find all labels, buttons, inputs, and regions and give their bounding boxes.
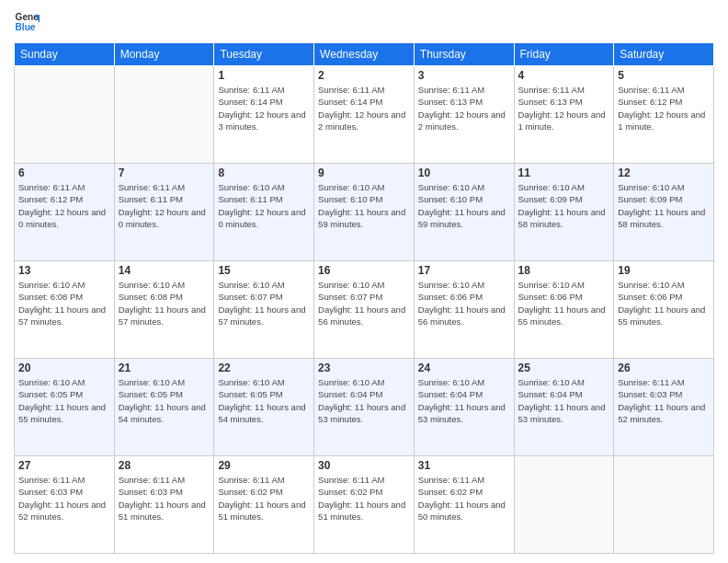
day-info: Sunrise: 6:11 AM Sunset: 6:03 PM Dayligh… xyxy=(18,474,110,523)
calendar-cell: 1Sunrise: 6:11 AM Sunset: 6:14 PM Daylig… xyxy=(214,66,314,164)
calendar-table: SundayMondayTuesdayWednesdayThursdayFrid… xyxy=(14,42,714,554)
day-number: 15 xyxy=(218,264,310,277)
day-info: Sunrise: 6:11 AM Sunset: 6:14 PM Dayligh… xyxy=(218,84,310,132)
day-number: 19 xyxy=(618,264,710,277)
day-info: Sunrise: 6:11 AM Sunset: 6:02 PM Dayligh… xyxy=(418,474,510,523)
day-info: Sunrise: 6:10 AM Sunset: 6:04 PM Dayligh… xyxy=(518,376,610,425)
calendar-cell: 16Sunrise: 6:10 AM Sunset: 6:07 PM Dayli… xyxy=(314,261,415,359)
weekday-header-friday: Friday xyxy=(514,43,614,66)
day-info: Sunrise: 6:11 AM Sunset: 6:12 PM Dayligh… xyxy=(18,181,110,230)
weekday-header-thursday: Thursday xyxy=(414,43,514,66)
calendar-cell: 4Sunrise: 6:11 AM Sunset: 6:13 PM Daylig… xyxy=(514,66,614,164)
day-info: Sunrise: 6:10 AM Sunset: 6:04 PM Dayligh… xyxy=(318,376,410,425)
day-info: Sunrise: 6:10 AM Sunset: 6:06 PM Dayligh… xyxy=(618,279,710,327)
day-number: 26 xyxy=(618,362,710,374)
calendar-cell: 29Sunrise: 6:11 AM Sunset: 6:02 PM Dayli… xyxy=(214,456,314,554)
day-info: Sunrise: 6:11 AM Sunset: 6:13 PM Dayligh… xyxy=(518,84,610,132)
svg-text:General: General xyxy=(16,12,40,22)
day-number: 2 xyxy=(318,69,410,82)
svg-text:Blue: Blue xyxy=(16,22,36,32)
day-info: Sunrise: 6:10 AM Sunset: 6:07 PM Dayligh… xyxy=(218,279,310,327)
day-info: Sunrise: 6:10 AM Sunset: 6:05 PM Dayligh… xyxy=(18,376,110,425)
day-info: Sunrise: 6:11 AM Sunset: 6:11 PM Dayligh… xyxy=(119,181,210,230)
day-number: 28 xyxy=(119,459,210,472)
header: General Blue xyxy=(14,9,714,35)
day-number: 10 xyxy=(418,167,510,179)
calendar-cell: 17Sunrise: 6:10 AM Sunset: 6:06 PM Dayli… xyxy=(414,261,514,359)
calendar-week-row: 1Sunrise: 6:11 AM Sunset: 6:14 PM Daylig… xyxy=(15,66,714,164)
calendar-cell: 27Sunrise: 6:11 AM Sunset: 6:03 PM Dayli… xyxy=(15,456,115,554)
day-info: Sunrise: 6:10 AM Sunset: 6:09 PM Dayligh… xyxy=(618,181,710,230)
day-info: Sunrise: 6:11 AM Sunset: 6:03 PM Dayligh… xyxy=(618,376,710,425)
weekday-header-wednesday: Wednesday xyxy=(314,43,415,66)
logo: General Blue xyxy=(14,9,40,35)
day-info: Sunrise: 6:10 AM Sunset: 6:04 PM Dayligh… xyxy=(418,376,510,425)
calendar-week-row: 13Sunrise: 6:10 AM Sunset: 6:08 PM Dayli… xyxy=(15,261,714,359)
calendar-cell: 13Sunrise: 6:10 AM Sunset: 6:08 PM Dayli… xyxy=(15,261,115,359)
weekday-header-monday: Monday xyxy=(114,43,214,66)
day-number: 24 xyxy=(418,362,510,374)
calendar-cell: 14Sunrise: 6:10 AM Sunset: 6:08 PM Dayli… xyxy=(114,261,214,359)
day-info: Sunrise: 6:10 AM Sunset: 6:11 PM Dayligh… xyxy=(218,181,310,230)
day-number: 23 xyxy=(318,362,410,374)
page: General Blue SundayMondayTuesdayWednesda… xyxy=(0,0,728,563)
day-number: 17 xyxy=(418,264,510,277)
calendar-cell xyxy=(114,66,214,164)
day-number: 18 xyxy=(518,264,610,277)
day-number: 29 xyxy=(218,459,310,472)
day-number: 11 xyxy=(518,167,610,179)
day-info: Sunrise: 6:10 AM Sunset: 6:07 PM Dayligh… xyxy=(318,279,410,327)
calendar-cell: 31Sunrise: 6:11 AM Sunset: 6:02 PM Dayli… xyxy=(414,456,514,554)
day-number: 8 xyxy=(218,167,310,179)
day-info: Sunrise: 6:10 AM Sunset: 6:10 PM Dayligh… xyxy=(418,181,510,230)
calendar-cell: 30Sunrise: 6:11 AM Sunset: 6:02 PM Dayli… xyxy=(314,456,415,554)
day-number: 27 xyxy=(18,459,110,472)
calendar-header-row: SundayMondayTuesdayWednesdayThursdayFrid… xyxy=(15,43,714,66)
day-number: 12 xyxy=(618,167,710,179)
calendar-cell xyxy=(514,456,614,554)
calendar-cell: 25Sunrise: 6:10 AM Sunset: 6:04 PM Dayli… xyxy=(514,359,614,456)
weekday-header-tuesday: Tuesday xyxy=(214,43,314,66)
calendar-cell: 2Sunrise: 6:11 AM Sunset: 6:14 PM Daylig… xyxy=(314,66,415,164)
day-number: 31 xyxy=(418,459,510,472)
day-number: 16 xyxy=(318,264,410,277)
calendar-cell: 12Sunrise: 6:10 AM Sunset: 6:09 PM Dayli… xyxy=(614,164,714,261)
day-number: 13 xyxy=(18,264,110,277)
calendar-cell: 6Sunrise: 6:11 AM Sunset: 6:12 PM Daylig… xyxy=(15,164,115,261)
day-number: 22 xyxy=(218,362,310,374)
day-number: 30 xyxy=(318,459,410,472)
weekday-header-saturday: Saturday xyxy=(614,43,714,66)
day-number: 25 xyxy=(518,362,610,374)
day-info: Sunrise: 6:10 AM Sunset: 6:09 PM Dayligh… xyxy=(518,181,610,230)
calendar-cell: 19Sunrise: 6:10 AM Sunset: 6:06 PM Dayli… xyxy=(614,261,714,359)
calendar-cell: 26Sunrise: 6:11 AM Sunset: 6:03 PM Dayli… xyxy=(614,359,714,456)
calendar-cell: 20Sunrise: 6:10 AM Sunset: 6:05 PM Dayli… xyxy=(15,359,115,456)
day-info: Sunrise: 6:11 AM Sunset: 6:14 PM Dayligh… xyxy=(318,84,410,132)
day-info: Sunrise: 6:11 AM Sunset: 6:02 PM Dayligh… xyxy=(318,474,410,523)
day-number: 20 xyxy=(18,362,110,374)
calendar-cell: 15Sunrise: 6:10 AM Sunset: 6:07 PM Dayli… xyxy=(214,261,314,359)
day-number: 6 xyxy=(18,167,110,179)
calendar-cell: 3Sunrise: 6:11 AM Sunset: 6:13 PM Daylig… xyxy=(414,66,514,164)
calendar-cell: 28Sunrise: 6:11 AM Sunset: 6:03 PM Dayli… xyxy=(114,456,214,554)
logo-icon: General Blue xyxy=(14,9,40,35)
day-number: 7 xyxy=(119,167,210,179)
calendar-cell: 9Sunrise: 6:10 AM Sunset: 6:10 PM Daylig… xyxy=(314,164,415,261)
calendar-cell xyxy=(614,456,714,554)
day-info: Sunrise: 6:10 AM Sunset: 6:05 PM Dayligh… xyxy=(218,376,310,425)
day-number: 9 xyxy=(318,167,410,179)
day-number: 14 xyxy=(119,264,210,277)
day-number: 1 xyxy=(218,69,310,82)
day-info: Sunrise: 6:10 AM Sunset: 6:08 PM Dayligh… xyxy=(18,279,110,327)
day-info: Sunrise: 6:10 AM Sunset: 6:10 PM Dayligh… xyxy=(318,181,410,230)
calendar-week-row: 20Sunrise: 6:10 AM Sunset: 6:05 PM Dayli… xyxy=(15,359,714,456)
day-info: Sunrise: 6:11 AM Sunset: 6:12 PM Dayligh… xyxy=(618,84,710,132)
day-info: Sunrise: 6:10 AM Sunset: 6:08 PM Dayligh… xyxy=(119,279,210,327)
day-info: Sunrise: 6:10 AM Sunset: 6:06 PM Dayligh… xyxy=(518,279,610,327)
day-number: 4 xyxy=(518,69,610,82)
calendar-cell: 21Sunrise: 6:10 AM Sunset: 6:05 PM Dayli… xyxy=(114,359,214,456)
day-number: 5 xyxy=(618,69,710,82)
calendar-week-row: 27Sunrise: 6:11 AM Sunset: 6:03 PM Dayli… xyxy=(15,456,714,554)
calendar-cell: 7Sunrise: 6:11 AM Sunset: 6:11 PM Daylig… xyxy=(114,164,214,261)
calendar-cell: 10Sunrise: 6:10 AM Sunset: 6:10 PM Dayli… xyxy=(414,164,514,261)
